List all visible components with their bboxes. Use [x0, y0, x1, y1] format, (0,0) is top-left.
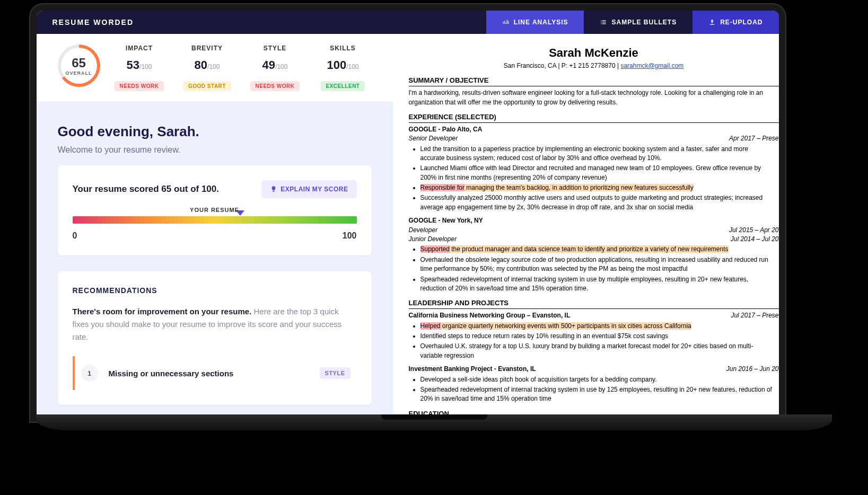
brand-logo: RESUME WORDED — [37, 11, 150, 34]
recommendation-item[interactable]: 1 Missing or unnecessary sections STYLE — [73, 356, 357, 390]
highlight-weak-verb: Supported — [420, 245, 450, 253]
skills-score: SKILLS 100/100 EXCELLENT — [309, 45, 377, 91]
score-card: Your resume scored 65 out of 100. EXPLAI… — [58, 165, 372, 255]
highlight-weak-verb: Helped — [420, 322, 441, 330]
resume-name: Sarah McKenzie — [409, 45, 779, 61]
brevity-status-pill: GOOD START — [183, 81, 231, 91]
sample-bullets-label: SAMPLE BULLETS — [611, 19, 677, 26]
gauge-max: 100 — [343, 231, 357, 241]
list-icon — [600, 19, 607, 26]
line-analysis-label: LINE ANALYSIS — [514, 19, 568, 26]
proj2-title: Investment Banking Project - Evanston, I… — [409, 365, 536, 374]
score-headline: Your resume scored 65 out of 100. — [73, 184, 220, 195]
score-gauge — [73, 216, 357, 224]
score-ring: 65 OVERALL — [58, 45, 100, 87]
proj2-bullets: Developed a sell-side ideas pitch book o… — [409, 375, 779, 404]
job2-bullets: Supported the product manager and data s… — [409, 245, 779, 293]
greeting-subtitle: Welcome to your resume review. — [58, 145, 372, 155]
overall-score: 65 OVERALL — [52, 45, 106, 91]
job1-bullets: Led the transition to a paperless practi… — [409, 145, 779, 213]
style-value: 49 — [262, 58, 275, 72]
resume-email-link[interactable]: sarahmck@gmail.com — [620, 62, 683, 69]
score-strip: 65 OVERALL IMPACT 53/100 NEEDS WORK BREV… — [37, 34, 393, 102]
explain-score-button[interactable]: EXPLAIN MY SCORE — [261, 180, 356, 198]
job2-company: GOOGLE - New York, NY — [409, 216, 483, 225]
analysis-panel: 65 OVERALL IMPACT 53/100 NEEDS WORK BREV… — [37, 34, 393, 416]
brevity-value: 80 — [195, 58, 207, 72]
job1-role: Senior Developer — [409, 134, 458, 143]
rec-number: 1 — [81, 365, 98, 382]
impact-status-pill: NEEDS WORK — [115, 81, 164, 91]
highlight-weak-verb: Responsible for — [420, 184, 464, 191]
re-upload-tab[interactable]: RE-UPLOAD — [692, 11, 778, 34]
top-navbar: RESUME WORDED LINE ANALYSIS SAMPLE BULLE… — [37, 11, 779, 34]
proj1-title: California Business Networking Group – E… — [409, 311, 571, 320]
brevity-title: BREVITY — [173, 45, 241, 52]
gauge-pointer-icon — [236, 210, 244, 216]
proj1-bullets: Helped organize quarterly networking eve… — [409, 322, 779, 361]
impact-value: 53 — [127, 58, 139, 72]
resume-section-summary: SUMMARY / OBJECTIVE — [409, 76, 779, 86]
resume-section-experience: EXPERIENCE (SELECTED) — [409, 112, 779, 123]
gauge-label: YOUR RESUME — [73, 207, 357, 213]
resume-section-leadership: LEADERSHIP AND PROJECTS — [409, 298, 779, 309]
recommendations-intro: There's room for improvement on your res… — [73, 305, 357, 343]
line-analysis-tab[interactable]: LINE ANALYSIS — [486, 11, 584, 34]
recommendations-heading: RECOMMENDATIONS — [73, 286, 357, 295]
recommendations-card: RECOMMENDATIONS There's room for improve… — [58, 271, 372, 405]
style-title: STYLE — [241, 45, 309, 52]
gauge-min: 0 — [73, 231, 77, 241]
lightbulb-icon — [270, 185, 277, 193]
skills-value: 100 — [327, 58, 346, 72]
style-status-pill: NEEDS WORK — [250, 81, 300, 91]
skills-status-pill: EXCELLENT — [321, 81, 365, 91]
impact-title: IMPACT — [106, 45, 173, 52]
rec-tag: STYLE — [320, 367, 350, 379]
brevity-score: BREVITY 80/100 GOOD START — [173, 45, 241, 91]
line-analysis-icon — [502, 19, 510, 26]
upload-icon — [708, 19, 716, 26]
sample-bullets-tab[interactable]: SAMPLE BULLETS — [584, 11, 692, 34]
skills-title: SKILLS — [309, 45, 377, 52]
resume-contact: San Francisco, CA | P: +1 215 2778870 | … — [409, 61, 779, 70]
style-score: STYLE 49/100 NEEDS WORK — [241, 45, 309, 91]
overall-score-label: OVERALL — [65, 70, 92, 76]
greeting-title: Good evening, Sarah. — [58, 123, 372, 140]
resume-summary-text: I'm a hardworking, results-driven softwa… — [409, 89, 779, 107]
overall-score-value: 65 — [72, 56, 86, 70]
job1-company: GOOGLE - Palo Alto, CA — [409, 125, 483, 134]
greeting: Good evening, Sarah. Welcome to your res… — [37, 102, 393, 165]
re-upload-label: RE-UPLOAD — [720, 19, 762, 26]
job1-date: Apr 2017 – Prese — [729, 134, 778, 143]
impact-score: IMPACT 53/100 NEEDS WORK — [106, 45, 173, 91]
rec-text: Missing or unnecessary sections — [109, 369, 309, 378]
resume-preview[interactable]: Sarah McKenzie San Francisco, CA | P: +1… — [393, 34, 779, 416]
